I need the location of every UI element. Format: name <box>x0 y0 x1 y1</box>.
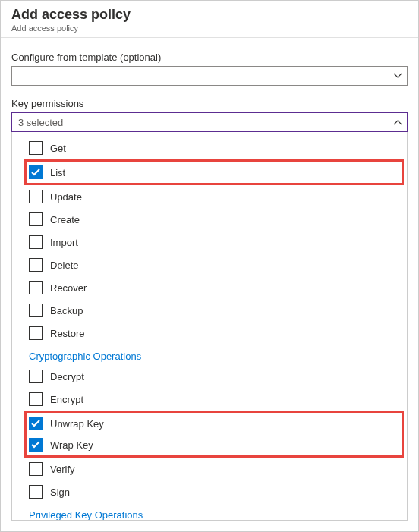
chevron-down-icon <box>393 73 402 79</box>
permission-option[interactable]: Create <box>12 208 407 231</box>
checkbox[interactable] <box>29 235 43 249</box>
permissions-group-header: Cryptographic Operations <box>12 345 407 365</box>
permission-option-label: Import <box>50 237 78 248</box>
permission-option-label: Recover <box>50 282 87 294</box>
permission-option-label: Create <box>50 214 80 225</box>
permission-option[interactable]: Update <box>12 185 407 208</box>
permission-option[interactable]: Restore <box>12 322 407 345</box>
page-title: Add access policy <box>11 7 408 23</box>
checkbox[interactable] <box>29 304 43 317</box>
key-permissions-dropdown: GetListUpdateCreateImportDeleteRecoverBa… <box>11 132 408 521</box>
permission-option[interactable]: Import <box>12 231 407 253</box>
permission-option-label: Backup <box>50 305 83 316</box>
page-header: Add access policy Add access policy <box>1 1 418 38</box>
checkbox[interactable] <box>29 417 43 430</box>
checkbox[interactable] <box>29 258 43 272</box>
permission-option-label: Decrypt <box>50 371 84 382</box>
checkbox[interactable] <box>29 392 43 406</box>
key-permissions-select[interactable]: 3 selected <box>11 112 408 132</box>
checkbox[interactable] <box>29 438 43 452</box>
permission-option[interactable]: Wrap Key <box>27 434 402 455</box>
permission-option[interactable]: Encrypt <box>12 388 407 411</box>
permission-option[interactable]: List <box>27 162 402 183</box>
key-permissions-summary: 3 selected <box>18 117 63 128</box>
checkbox[interactable] <box>29 141 43 155</box>
permission-option[interactable]: Decrypt <box>12 365 407 388</box>
permission-option[interactable]: Recover <box>12 276 407 299</box>
chevron-up-icon <box>393 119 402 125</box>
permission-option-label: Verify <box>50 464 75 475</box>
permission-option[interactable]: Delete <box>12 253 407 276</box>
checkbox[interactable] <box>29 370 43 383</box>
permission-option[interactable]: Get <box>12 137 407 159</box>
checkbox[interactable] <box>29 462 43 476</box>
template-label: Configure from template (optional) <box>11 52 408 63</box>
checkbox[interactable] <box>29 212 43 226</box>
permission-option-label: Update <box>50 191 82 203</box>
permission-option-label: List <box>50 167 65 178</box>
key-permissions-label: Key permissions <box>11 98 408 109</box>
page-subtitle: Add access policy <box>11 24 408 33</box>
content-area: Configure from template (optional) Key p… <box>1 38 418 528</box>
checkbox[interactable] <box>29 485 43 499</box>
permission-option[interactable]: Verify <box>12 458 407 480</box>
checkbox[interactable] <box>29 165 43 179</box>
permission-option-label: Get <box>50 143 66 154</box>
highlight-annotation: List <box>24 159 404 185</box>
permission-option[interactable]: Sign <box>12 480 407 503</box>
permission-option[interactable]: Backup <box>12 299 407 322</box>
permission-option-label: Sign <box>50 486 70 498</box>
permissions-group-header: Privileged Key Operations <box>12 503 407 520</box>
highlight-annotation: Unwrap KeyWrap Key <box>24 411 404 458</box>
permission-option-label: Encrypt <box>50 394 83 405</box>
permission-option-label: Wrap Key <box>50 439 93 451</box>
checkbox[interactable] <box>29 190 43 203</box>
permission-option-label: Restore <box>50 328 85 339</box>
checkbox[interactable] <box>29 281 43 294</box>
permission-option[interactable]: Unwrap Key <box>27 413 402 434</box>
permission-option-label: Unwrap Key <box>50 418 104 430</box>
checkbox[interactable] <box>29 326 43 340</box>
options-scroll[interactable]: GetListUpdateCreateImportDeleteRecoverBa… <box>12 132 407 520</box>
template-select[interactable] <box>11 66 408 86</box>
permission-option-label: Delete <box>50 260 79 271</box>
